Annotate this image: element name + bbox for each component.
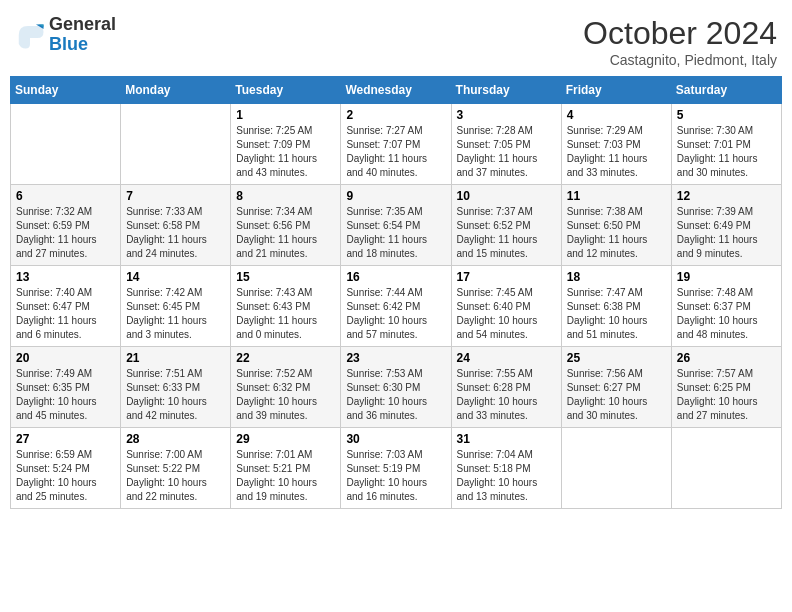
day-number: 16: [346, 270, 445, 284]
day-number: 12: [677, 189, 776, 203]
day-info: Sunrise: 7:51 AMSunset: 6:33 PMDaylight:…: [126, 367, 225, 423]
page-header: General Blue October 2024 Castagnito, Pi…: [10, 10, 782, 68]
weekday-header: Saturday: [671, 77, 781, 104]
day-info: Sunrise: 7:44 AMSunset: 6:42 PMDaylight:…: [346, 286, 445, 342]
calendar-cell: 16Sunrise: 7:44 AMSunset: 6:42 PMDayligh…: [341, 266, 451, 347]
calendar-cell: [671, 428, 781, 509]
day-number: 4: [567, 108, 666, 122]
logo: General Blue: [15, 15, 116, 55]
calendar-cell: 18Sunrise: 7:47 AMSunset: 6:38 PMDayligh…: [561, 266, 671, 347]
weekday-header: Friday: [561, 77, 671, 104]
calendar-cell: 26Sunrise: 7:57 AMSunset: 6:25 PMDayligh…: [671, 347, 781, 428]
calendar-cell: 28Sunrise: 7:00 AMSunset: 5:22 PMDayligh…: [121, 428, 231, 509]
day-number: 10: [457, 189, 556, 203]
day-number: 22: [236, 351, 335, 365]
calendar-cell: 14Sunrise: 7:42 AMSunset: 6:45 PMDayligh…: [121, 266, 231, 347]
day-number: 7: [126, 189, 225, 203]
day-number: 3: [457, 108, 556, 122]
calendar-table: SundayMondayTuesdayWednesdayThursdayFrid…: [10, 76, 782, 509]
calendar-week-row: 6Sunrise: 7:32 AMSunset: 6:59 PMDaylight…: [11, 185, 782, 266]
day-info: Sunrise: 7:34 AMSunset: 6:56 PMDaylight:…: [236, 205, 335, 261]
calendar-cell: [121, 104, 231, 185]
calendar-cell: 13Sunrise: 7:40 AMSunset: 6:47 PMDayligh…: [11, 266, 121, 347]
day-info: Sunrise: 7:45 AMSunset: 6:40 PMDaylight:…: [457, 286, 556, 342]
calendar-cell: 3Sunrise: 7:28 AMSunset: 7:05 PMDaylight…: [451, 104, 561, 185]
day-info: Sunrise: 7:00 AMSunset: 5:22 PMDaylight:…: [126, 448, 225, 504]
day-info: Sunrise: 7:43 AMSunset: 6:43 PMDaylight:…: [236, 286, 335, 342]
calendar-cell: [11, 104, 121, 185]
weekday-header-row: SundayMondayTuesdayWednesdayThursdayFrid…: [11, 77, 782, 104]
title-block: October 2024 Castagnito, Piedmont, Italy: [583, 15, 777, 68]
calendar-cell: 15Sunrise: 7:43 AMSunset: 6:43 PMDayligh…: [231, 266, 341, 347]
calendar-cell: 19Sunrise: 7:48 AMSunset: 6:37 PMDayligh…: [671, 266, 781, 347]
day-info: Sunrise: 7:01 AMSunset: 5:21 PMDaylight:…: [236, 448, 335, 504]
day-info: Sunrise: 7:52 AMSunset: 6:32 PMDaylight:…: [236, 367, 335, 423]
calendar-cell: 17Sunrise: 7:45 AMSunset: 6:40 PMDayligh…: [451, 266, 561, 347]
calendar-cell: 5Sunrise: 7:30 AMSunset: 7:01 PMDaylight…: [671, 104, 781, 185]
day-number: 5: [677, 108, 776, 122]
calendar-cell: 11Sunrise: 7:38 AMSunset: 6:50 PMDayligh…: [561, 185, 671, 266]
day-info: Sunrise: 7:47 AMSunset: 6:38 PMDaylight:…: [567, 286, 666, 342]
calendar-cell: 2Sunrise: 7:27 AMSunset: 7:07 PMDaylight…: [341, 104, 451, 185]
calendar-week-row: 20Sunrise: 7:49 AMSunset: 6:35 PMDayligh…: [11, 347, 782, 428]
calendar-cell: 7Sunrise: 7:33 AMSunset: 6:58 PMDaylight…: [121, 185, 231, 266]
day-info: Sunrise: 7:49 AMSunset: 6:35 PMDaylight:…: [16, 367, 115, 423]
day-info: Sunrise: 7:42 AMSunset: 6:45 PMDaylight:…: [126, 286, 225, 342]
logo-icon: [15, 20, 45, 50]
weekday-header: Sunday: [11, 77, 121, 104]
day-number: 8: [236, 189, 335, 203]
calendar-week-row: 27Sunrise: 6:59 AMSunset: 5:24 PMDayligh…: [11, 428, 782, 509]
calendar-cell: 31Sunrise: 7:04 AMSunset: 5:18 PMDayligh…: [451, 428, 561, 509]
day-info: Sunrise: 7:33 AMSunset: 6:58 PMDaylight:…: [126, 205, 225, 261]
day-info: Sunrise: 7:55 AMSunset: 6:28 PMDaylight:…: [457, 367, 556, 423]
calendar-cell: 4Sunrise: 7:29 AMSunset: 7:03 PMDaylight…: [561, 104, 671, 185]
calendar-cell: 27Sunrise: 6:59 AMSunset: 5:24 PMDayligh…: [11, 428, 121, 509]
weekday-header: Wednesday: [341, 77, 451, 104]
day-info: Sunrise: 6:59 AMSunset: 5:24 PMDaylight:…: [16, 448, 115, 504]
calendar-week-row: 13Sunrise: 7:40 AMSunset: 6:47 PMDayligh…: [11, 266, 782, 347]
calendar-cell: 1Sunrise: 7:25 AMSunset: 7:09 PMDaylight…: [231, 104, 341, 185]
logo-general: General: [49, 15, 116, 35]
day-number: 26: [677, 351, 776, 365]
day-number: 6: [16, 189, 115, 203]
day-info: Sunrise: 7:32 AMSunset: 6:59 PMDaylight:…: [16, 205, 115, 261]
weekday-header: Tuesday: [231, 77, 341, 104]
day-number: 1: [236, 108, 335, 122]
calendar-cell: 20Sunrise: 7:49 AMSunset: 6:35 PMDayligh…: [11, 347, 121, 428]
day-number: 24: [457, 351, 556, 365]
weekday-header: Monday: [121, 77, 231, 104]
calendar-cell: 12Sunrise: 7:39 AMSunset: 6:49 PMDayligh…: [671, 185, 781, 266]
day-info: Sunrise: 7:53 AMSunset: 6:30 PMDaylight:…: [346, 367, 445, 423]
day-info: Sunrise: 7:04 AMSunset: 5:18 PMDaylight:…: [457, 448, 556, 504]
day-info: Sunrise: 7:25 AMSunset: 7:09 PMDaylight:…: [236, 124, 335, 180]
day-number: 2: [346, 108, 445, 122]
day-info: Sunrise: 7:39 AMSunset: 6:49 PMDaylight:…: [677, 205, 776, 261]
day-number: 17: [457, 270, 556, 284]
day-number: 13: [16, 270, 115, 284]
day-number: 23: [346, 351, 445, 365]
calendar-cell: 29Sunrise: 7:01 AMSunset: 5:21 PMDayligh…: [231, 428, 341, 509]
day-info: Sunrise: 7:40 AMSunset: 6:47 PMDaylight:…: [16, 286, 115, 342]
day-number: 28: [126, 432, 225, 446]
day-info: Sunrise: 7:28 AMSunset: 7:05 PMDaylight:…: [457, 124, 556, 180]
month-title: October 2024: [583, 15, 777, 52]
day-number: 27: [16, 432, 115, 446]
day-info: Sunrise: 7:57 AMSunset: 6:25 PMDaylight:…: [677, 367, 776, 423]
calendar-cell: 25Sunrise: 7:56 AMSunset: 6:27 PMDayligh…: [561, 347, 671, 428]
day-number: 19: [677, 270, 776, 284]
day-number: 18: [567, 270, 666, 284]
day-number: 31: [457, 432, 556, 446]
calendar-cell: 30Sunrise: 7:03 AMSunset: 5:19 PMDayligh…: [341, 428, 451, 509]
day-number: 25: [567, 351, 666, 365]
day-info: Sunrise: 7:27 AMSunset: 7:07 PMDaylight:…: [346, 124, 445, 180]
day-info: Sunrise: 7:38 AMSunset: 6:50 PMDaylight:…: [567, 205, 666, 261]
logo-blue: Blue: [49, 35, 116, 55]
calendar-cell: 9Sunrise: 7:35 AMSunset: 6:54 PMDaylight…: [341, 185, 451, 266]
calendar-cell: 23Sunrise: 7:53 AMSunset: 6:30 PMDayligh…: [341, 347, 451, 428]
day-number: 21: [126, 351, 225, 365]
day-number: 14: [126, 270, 225, 284]
calendar-cell: 22Sunrise: 7:52 AMSunset: 6:32 PMDayligh…: [231, 347, 341, 428]
day-number: 30: [346, 432, 445, 446]
day-number: 20: [16, 351, 115, 365]
day-number: 29: [236, 432, 335, 446]
